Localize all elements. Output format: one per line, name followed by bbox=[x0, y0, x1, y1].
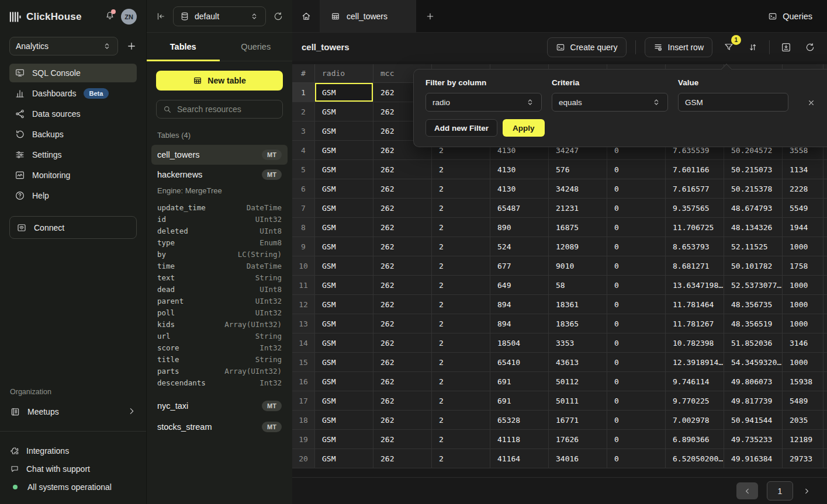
sidebar-item-backups[interactable]: Backups bbox=[9, 125, 137, 144]
data-cell[interactable]: 691 bbox=[490, 372, 549, 391]
sidebar-item-help[interactable]: Help bbox=[9, 186, 137, 205]
data-cell[interactable]: 2 bbox=[432, 237, 490, 256]
data-cell[interactable]: 48.356519 bbox=[724, 314, 783, 333]
data-cell[interactable]: GSM bbox=[315, 276, 373, 295]
data-cell[interactable]: 48.674793 bbox=[724, 199, 783, 218]
data-cell[interactable]: 262 bbox=[373, 276, 432, 295]
data-cell[interactable]: 0 bbox=[607, 160, 666, 179]
download-button[interactable] bbox=[778, 40, 794, 55]
row-number[interactable]: 10 bbox=[292, 256, 315, 276]
row-number[interactable]: 14 bbox=[292, 333, 315, 353]
add-workspace-button[interactable] bbox=[126, 41, 137, 51]
data-cell[interactable]: 4130 bbox=[490, 160, 549, 179]
data-cell[interactable]: 49.817739 bbox=[724, 391, 783, 411]
row-number[interactable]: 12 bbox=[292, 295, 315, 314]
data-cell[interactable]: 41164 bbox=[490, 449, 549, 468]
data-cell[interactable]: 1000 bbox=[783, 353, 823, 372]
data-cell[interactable]: 16875 bbox=[549, 218, 607, 237]
data-cell[interactable]: 1134 bbox=[783, 160, 823, 179]
data-cell[interactable]: 48.134326 bbox=[724, 218, 783, 237]
tab-queries[interactable]: Queries bbox=[220, 33, 293, 61]
row-number[interactable]: 5 bbox=[292, 160, 315, 179]
data-cell[interactable]: 3353 bbox=[549, 333, 607, 353]
data-cell[interactable]: GSM bbox=[315, 121, 373, 141]
data-cell[interactable]: 894 bbox=[490, 314, 549, 333]
row-number[interactable]: 3 bbox=[292, 121, 315, 141]
data-cell[interactable]: 29733 bbox=[783, 449, 823, 468]
sidebar-item-sql-console[interactable]: SQL Console bbox=[9, 64, 137, 82]
data-cell[interactable]: 18504 bbox=[490, 333, 549, 353]
data-cell[interactable]: 6.52050200… bbox=[666, 449, 724, 468]
data-cell[interactable]: 576 bbox=[549, 160, 607, 179]
data-cell[interactable]: 65410 bbox=[490, 353, 549, 372]
prev-page-button[interactable] bbox=[736, 482, 758, 499]
data-cell[interactable]: 49.735233 bbox=[724, 430, 783, 449]
data-cell[interactable]: 7.002978 bbox=[666, 411, 724, 430]
data-cell[interactable]: 49.806073 bbox=[724, 372, 783, 391]
data-cell[interactable]: 50.941544 bbox=[724, 411, 783, 430]
data-cell[interactable]: 65487 bbox=[490, 199, 549, 218]
data-cell[interactable]: 7.616577 bbox=[666, 179, 724, 199]
sidebar-item-monitoring[interactable]: Monitoring bbox=[9, 166, 137, 185]
data-cell[interactable]: 2 bbox=[432, 160, 490, 179]
avatar[interactable]: ZN bbox=[121, 9, 137, 25]
data-cell[interactable]: 51.852036 bbox=[724, 333, 783, 353]
row-number[interactable]: 13 bbox=[292, 314, 315, 333]
data-cell[interactable]: 677 bbox=[490, 256, 549, 276]
data-cell[interactable]: 262 bbox=[373, 218, 432, 237]
data-cell[interactable]: 9.770225 bbox=[666, 391, 724, 411]
data-cell[interactable]: 34016 bbox=[549, 449, 607, 468]
data-cell[interactable]: 262 bbox=[373, 314, 432, 333]
data-cell[interactable]: 0 bbox=[607, 372, 666, 391]
data-cell[interactable]: 21231 bbox=[549, 199, 607, 218]
sort-button[interactable] bbox=[745, 40, 760, 55]
data-cell[interactable]: 0 bbox=[607, 179, 666, 199]
data-cell[interactable]: GSM bbox=[315, 372, 373, 391]
data-cell[interactable]: 1000 bbox=[783, 276, 823, 295]
data-cell[interactable]: 18365 bbox=[549, 314, 607, 333]
data-cell[interactable]: GSM bbox=[315, 179, 373, 199]
database-select[interactable]: default bbox=[173, 6, 266, 26]
data-cell[interactable]: 50.215073 bbox=[724, 160, 783, 179]
row-number[interactable]: 6 bbox=[292, 179, 315, 199]
sidebar-item-integrations[interactable]: Integrations bbox=[0, 442, 146, 460]
row-number[interactable]: 11 bbox=[292, 276, 315, 295]
data-cell[interactable]: 1000 bbox=[783, 314, 823, 333]
data-cell[interactable]: 2 bbox=[432, 372, 490, 391]
remove-filter-button[interactable] bbox=[807, 98, 816, 107]
row-number[interactable]: 2 bbox=[292, 102, 315, 121]
data-cell[interactable]: 2 bbox=[432, 353, 490, 372]
data-cell[interactable]: 262 bbox=[373, 372, 432, 391]
row-number[interactable]: 4 bbox=[292, 141, 315, 160]
data-cell[interactable]: 890 bbox=[490, 218, 549, 237]
data-cell[interactable]: 262 bbox=[373, 391, 432, 411]
data-cell[interactable]: 50.101782 bbox=[724, 256, 783, 276]
data-cell[interactable]: 2 bbox=[432, 179, 490, 199]
data-cell[interactable]: 52.11525 bbox=[724, 237, 783, 256]
data-cell[interactable]: 65328 bbox=[490, 411, 549, 430]
data-cell[interactable]: 262 bbox=[373, 295, 432, 314]
row-number[interactable]: 7 bbox=[292, 199, 315, 218]
data-cell[interactable]: 1000 bbox=[783, 295, 823, 314]
row-number[interactable]: 8 bbox=[292, 218, 315, 237]
notifications-button[interactable] bbox=[105, 11, 115, 23]
data-cell[interactable]: 41118 bbox=[490, 430, 549, 449]
data-cell[interactable]: 2 bbox=[432, 333, 490, 353]
data-cell[interactable]: GSM bbox=[315, 314, 373, 333]
tab-tables[interactable]: Tables bbox=[147, 33, 220, 61]
data-cell[interactable]: 0 bbox=[607, 333, 666, 353]
data-cell[interactable]: 2 bbox=[432, 314, 490, 333]
data-cell[interactable]: GSM bbox=[315, 449, 373, 468]
data-cell[interactable]: 8.681271 bbox=[666, 256, 724, 276]
data-cell[interactable]: 48.356735 bbox=[724, 295, 783, 314]
clickhouse-logo[interactable]: ClickHouse bbox=[9, 11, 82, 23]
data-cell[interactable]: 58 bbox=[549, 276, 607, 295]
data-cell[interactable]: 54.3459320… bbox=[724, 353, 783, 372]
row-number[interactable]: 19 bbox=[292, 430, 315, 449]
data-cell[interactable]: 43613 bbox=[549, 353, 607, 372]
data-cell[interactable]: GSM bbox=[315, 333, 373, 353]
row-number[interactable]: 9 bbox=[292, 237, 315, 256]
sidebar-item-dashboards[interactable]: Dashboards Beta bbox=[9, 84, 137, 103]
data-cell[interactable]: 18361 bbox=[549, 295, 607, 314]
row-number[interactable]: 20 bbox=[292, 449, 315, 468]
